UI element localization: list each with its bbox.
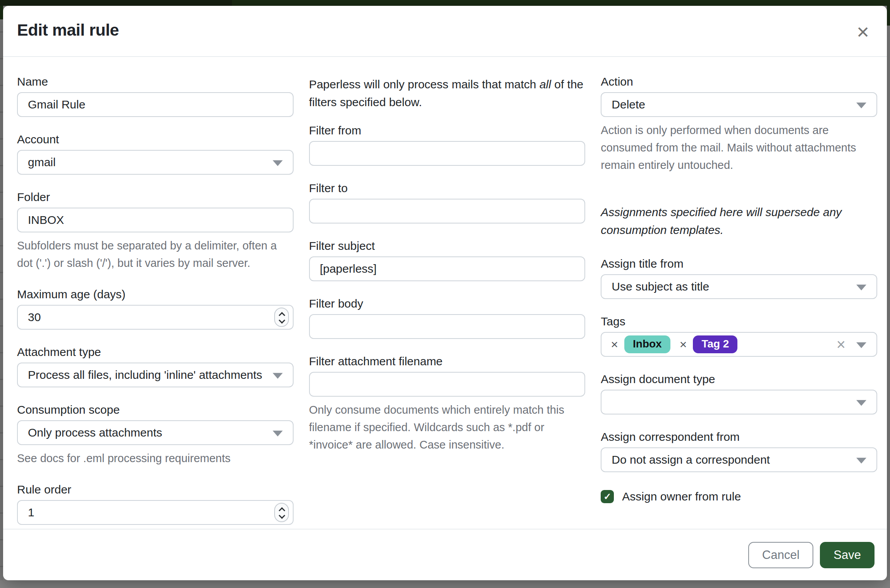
filter-from-input[interactable]: [309, 141, 586, 166]
attachment-type-select[interactable]: Process all files, including 'inline' at…: [17, 363, 294, 387]
assignments-note: Assignments specified here will supersed…: [601, 203, 877, 239]
navbar-strip: [0, 0, 890, 6]
folder-label: Folder: [17, 190, 294, 204]
close-button[interactable]: ✕: [852, 21, 874, 43]
folder-input[interactable]: [17, 208, 294, 232]
rule-order-input[interactable]: [17, 500, 294, 525]
tag-pill-tag2: Tag 2: [693, 335, 737, 353]
action-label: Action: [601, 75, 877, 89]
consumption-scope-label: Consumption scope: [17, 403, 294, 417]
cancel-button[interactable]: Cancel: [748, 542, 814, 568]
chevron-down-icon: [856, 400, 866, 406]
filters-intro-text: Paperless will only process mails that m…: [309, 76, 586, 111]
name-input[interactable]: [17, 92, 294, 117]
attachment-type-select-value: Process all files, including 'inline' at…: [28, 368, 262, 382]
consumption-scope-help-text: See docs for .eml processing requirement…: [17, 450, 294, 467]
max-age-input[interactable]: [17, 305, 294, 330]
assign-owner-checkbox-row[interactable]: ✓ Assign owner from rule: [601, 490, 877, 503]
field-attachment-type: Attachment type Process all files, inclu…: [17, 345, 294, 387]
max-age-stepper[interactable]: [274, 308, 289, 327]
account-label: Account: [17, 132, 294, 146]
folder-help-text: Subfolders must be separated by a delimi…: [17, 237, 294, 272]
field-assign-title: Assign title from Use subject as title: [601, 257, 877, 299]
field-action: Action Delete Action is only performed w…: [601, 75, 877, 174]
page-title: Edit mail rule: [17, 20, 874, 40]
field-correspondent: Assign correspondent from Do not assign …: [601, 430, 877, 472]
assign-owner-label: Assign owner from rule: [622, 490, 741, 503]
consumption-scope-select[interactable]: Only process attachments: [17, 420, 294, 445]
chevron-down-icon: [856, 103, 866, 108]
field-max-age: Maximum age (days): [17, 287, 294, 330]
rule-order-label: Rule order: [17, 483, 294, 497]
remove-tag-icon[interactable]: ×: [680, 338, 687, 351]
assign-title-label: Assign title from: [601, 257, 877, 271]
remove-tag-icon[interactable]: ×: [611, 338, 618, 351]
clear-icon[interactable]: ×: [837, 337, 845, 352]
tags-label: Tags: [601, 315, 877, 328]
field-consumption-scope: Consumption scope Only process attachmen…: [17, 403, 294, 467]
tag-pill-inbox: Inbox: [624, 335, 670, 353]
correspondent-select-value: Do not assign a correspondent: [612, 453, 770, 466]
chevron-down-icon: [856, 342, 866, 348]
field-rule-order: Rule order: [17, 483, 294, 525]
filter-body-label: Filter body: [309, 297, 586, 311]
close-icon: ✕: [856, 23, 869, 42]
field-filter-from: Filter from: [309, 124, 586, 166]
account-select[interactable]: gmail: [17, 150, 294, 175]
assign-title-select-value: Use subject as title: [612, 280, 709, 293]
save-button[interactable]: Save: [820, 542, 875, 568]
chevron-up-icon: [279, 507, 284, 511]
document-type-label: Assign document type: [601, 372, 877, 386]
account-select-value: gmail: [28, 156, 56, 169]
field-filter-body: Filter body: [309, 297, 586, 339]
modal-header: Edit mail rule ✕: [3, 6, 887, 57]
field-filter-to: Filter to: [309, 181, 586, 224]
field-folder: Folder Subfolders must be separated by a…: [17, 190, 294, 272]
filter-to-input[interactable]: [309, 199, 586, 224]
filter-filename-help-text: Only consume documents which entirely ma…: [309, 401, 586, 454]
chevron-down-icon: [273, 373, 283, 379]
column-right: Action Delete Action is only performed w…: [601, 75, 877, 529]
field-tags: Tags × Inbox × Tag 2 ×: [601, 315, 877, 357]
modal-body: Name Account gmail Folder Subfolders mus…: [3, 57, 887, 529]
chevron-down-icon: [279, 319, 284, 323]
column-left: Name Account gmail Folder Subfolders mus…: [17, 75, 294, 529]
chevron-up-icon: [279, 311, 284, 316]
edit-mail-rule-dialog: Edit mail rule ✕ Name Account gmail Fold…: [3, 6, 887, 580]
modal-footer: Cancel Save: [3, 529, 887, 580]
filter-filename-label: Filter attachment filename: [309, 354, 586, 368]
action-help-text: Action is only performed when documents …: [601, 122, 877, 174]
assign-title-select[interactable]: Use subject as title: [601, 274, 877, 299]
column-middle: Paperless will only process mails that m…: [309, 75, 586, 529]
chevron-down-icon: [279, 514, 284, 519]
chevron-down-icon: [856, 285, 866, 291]
filter-subject-input[interactable]: [309, 256, 586, 281]
backdrop-right: [887, 6, 890, 580]
document-type-select[interactable]: [601, 390, 877, 414]
filter-to-label: Filter to: [309, 181, 586, 195]
filter-subject-label: Filter subject: [309, 239, 586, 253]
field-document-type: Assign document type: [601, 372, 877, 414]
action-select[interactable]: Delete: [601, 92, 877, 117]
correspondent-label: Assign correspondent from: [601, 430, 877, 444]
field-filter-filename: Filter attachment filename Only consume …: [309, 354, 586, 454]
chevron-down-icon: [273, 160, 283, 166]
rule-order-stepper[interactable]: [274, 503, 289, 522]
field-account: Account gmail: [17, 132, 294, 175]
tags-select[interactable]: × Inbox × Tag 2 ×: [601, 332, 877, 357]
field-name: Name: [17, 75, 294, 117]
check-icon: ✓: [603, 492, 611, 501]
consumption-scope-select-value: Only process attachments: [28, 426, 162, 439]
field-filter-subject: Filter subject: [309, 239, 586, 281]
assign-owner-checkbox[interactable]: ✓: [601, 490, 614, 503]
backdrop-left: [0, 6, 3, 580]
name-label: Name: [17, 75, 294, 89]
filter-filename-input[interactable]: [309, 372, 586, 397]
correspondent-select[interactable]: Do not assign a correspondent: [601, 447, 877, 472]
chevron-down-icon: [856, 458, 866, 464]
action-select-value: Delete: [612, 98, 645, 111]
filter-from-label: Filter from: [309, 124, 586, 138]
attachment-type-label: Attachment type: [17, 345, 294, 359]
max-age-label: Maximum age (days): [17, 287, 294, 301]
filter-body-input[interactable]: [309, 314, 586, 339]
